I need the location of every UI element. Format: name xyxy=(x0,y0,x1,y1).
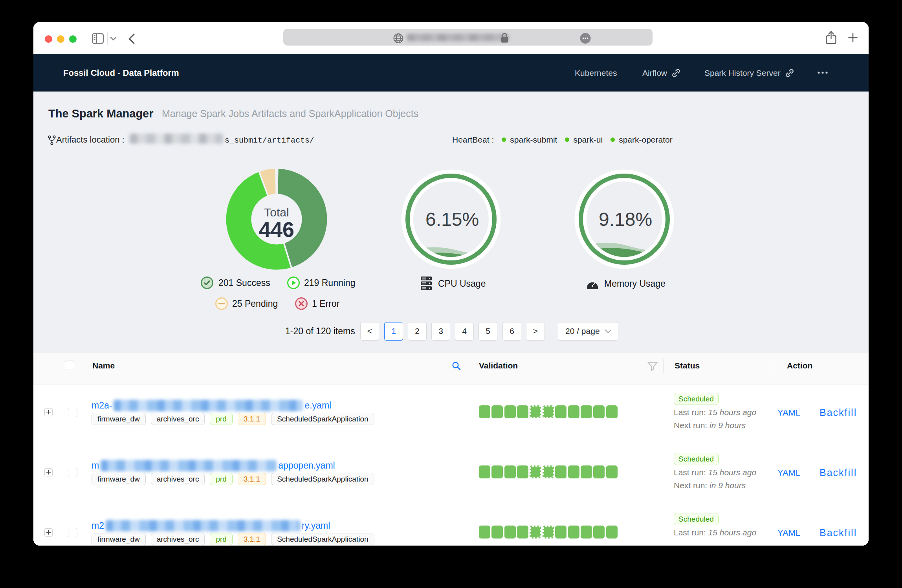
svg-text:446: 446 xyxy=(259,218,294,241)
svg-text:Total: Total xyxy=(264,206,289,219)
